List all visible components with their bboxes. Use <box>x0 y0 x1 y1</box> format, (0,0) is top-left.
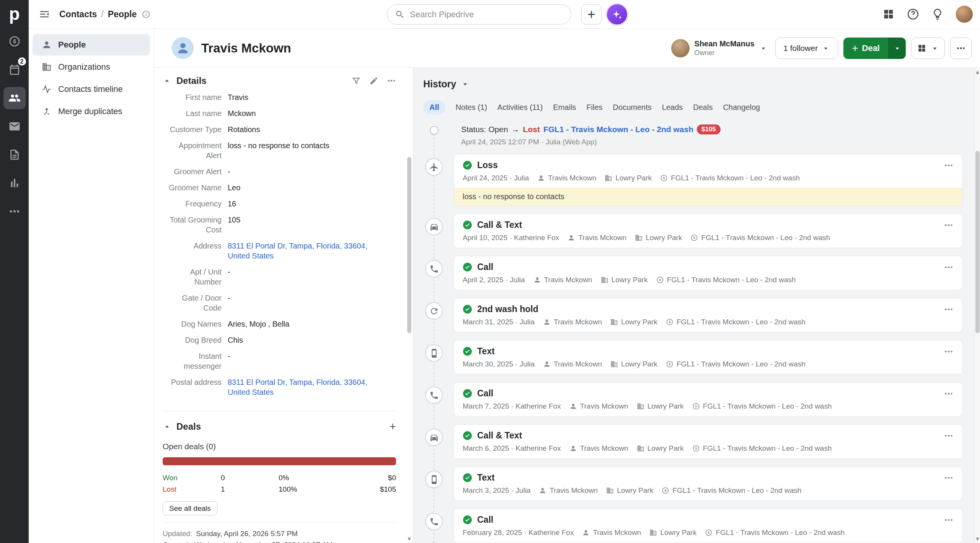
history-card[interactable]: 2nd wash holdMarch 31, 2025 · JuliaTravi… <box>453 298 963 332</box>
done-check-icon[interactable] <box>463 473 472 482</box>
done-check-icon[interactable] <box>463 431 472 440</box>
scroll-up-arrow[interactable]: ▲ <box>975 69 980 75</box>
svg-text:$: $ <box>708 531 710 535</box>
filter-icon[interactable] <box>352 76 361 85</box>
details-fields: First nameTravisLast nameMckownCustomer … <box>163 89 396 400</box>
linked-deal: $FGL1 - Travis Mckown - Leo - 2nd wash <box>656 276 796 284</box>
item-menu-button[interactable] <box>944 304 954 314</box>
rail-item-deals[interactable]: $ <box>3 30 26 52</box>
tab-documents[interactable]: Documents <box>613 100 652 114</box>
scroll-down-arrow[interactable]: ▼ <box>406 536 412 541</box>
tab-all[interactable]: All <box>423 100 445 114</box>
item-menu-button[interactable] <box>944 160 954 170</box>
help-icon[interactable] <box>907 8 920 21</box>
info-icon[interactable] <box>142 10 150 19</box>
tab-emails[interactable]: Emails <box>553 100 576 114</box>
chevron-down-icon <box>822 44 830 52</box>
add-deal-button[interactable]: + Deal <box>843 38 888 59</box>
detail-field: Customer TypeRotations <box>163 121 396 137</box>
item-menu-button[interactable] <box>944 347 954 357</box>
user-avatar[interactable] <box>956 5 973 23</box>
collapse-section-icon[interactable] <box>163 422 171 431</box>
done-check-icon[interactable] <box>463 347 472 356</box>
details-menu-icon[interactable] <box>387 76 396 85</box>
item-menu-button[interactable] <box>944 220 954 230</box>
followers-button[interactable]: 1 follower <box>775 38 838 59</box>
item-menu-button[interactable] <box>944 515 954 525</box>
tab-files[interactable]: Files <box>586 100 602 114</box>
tab-deals[interactable]: Deals <box>693 100 713 114</box>
add-deal-icon[interactable]: + <box>389 421 396 432</box>
history-card[interactable]: CallMarch 7, 2025 · Katherine FoxTravis … <box>453 382 963 417</box>
field-label: Gate / Door Code <box>163 293 222 313</box>
search-input[interactable] <box>410 10 563 20</box>
done-check-icon[interactable] <box>463 304 472 314</box>
rail-item-contacts[interactable] <box>3 87 26 109</box>
page-menu-button[interactable] <box>950 38 972 59</box>
item-menu-button[interactable] <box>944 473 954 483</box>
history-card[interactable]: TextMarch 3, 2025 · JuliaTravis MckownLo… <box>453 466 963 501</box>
history-item: CallFebruary 28, 2025 · Katherine FoxTra… <box>423 509 980 543</box>
sidebar-item-people[interactable]: People <box>33 34 150 56</box>
linked-person-icon <box>569 402 577 410</box>
grid-view-icon <box>917 43 927 53</box>
scrollbar-thumb[interactable] <box>407 157 411 333</box>
detail-field: Dog NamesAries, Mojo , Bella <box>163 316 396 332</box>
deal-link[interactable]: FGL1 - Travis Mckown - Leo - 2nd wash <box>543 125 693 134</box>
tab-changelog[interactable]: Changelog <box>723 100 760 114</box>
tab-notes-1[interactable]: Notes (1) <box>456 100 487 114</box>
pipedrive-logo[interactable]: p <box>3 3 26 25</box>
done-check-icon[interactable] <box>463 389 472 398</box>
primary-nav-rail: p $2 <box>0 0 29 543</box>
person-avatar[interactable] <box>172 37 194 59</box>
see-all-deals-button[interactable]: See all deals <box>163 501 217 515</box>
marketplace-icon[interactable] <box>882 8 895 21</box>
history-card[interactable]: TextMarch 30, 2025 · JuliaTravis MckownL… <box>453 340 963 375</box>
chevron-down-icon <box>759 44 768 52</box>
sidebar-item-organizations[interactable]: Organizations <box>33 56 150 78</box>
history-card[interactable]: Call & TextMarch 6, 2025 · Katherine Fox… <box>453 424 963 459</box>
chevron-down-icon[interactable] <box>461 80 470 88</box>
breadcrumb-people[interactable]: People <box>108 9 137 20</box>
field-value[interactable]: 8311 El Portal Dr, Tampa, Florida, 33604… <box>228 241 372 261</box>
linked-person: Travis Mckown <box>543 360 602 368</box>
add-deal-dropdown-button[interactable] <box>888 38 906 59</box>
history-item-title: Loss <box>477 160 498 170</box>
history-card[interactable]: LossApril 24, 2025 · JuliaTravis MckownL… <box>453 154 963 206</box>
history-card[interactable]: CallApril 2, 2025 · JuliaTravis MckownLo… <box>453 256 963 290</box>
rail-item-insights[interactable] <box>3 172 26 194</box>
scroll-down-arrow[interactable]: ▼ <box>975 536 980 541</box>
view-toggle-button[interactable] <box>911 38 945 59</box>
done-check-icon[interactable] <box>463 160 472 170</box>
tab-leads[interactable]: Leads <box>662 100 683 114</box>
collapse-section-icon[interactable] <box>163 77 171 85</box>
field-value[interactable]: 8311 El Portal Dr, Tampa, Florida, 33604… <box>228 377 372 397</box>
details-panel: Details First nameTravisLast nameMckownC… <box>154 68 413 543</box>
rail-item-more[interactable] <box>3 200 26 222</box>
ai-assistant-button[interactable] <box>607 4 627 25</box>
edit-icon[interactable] <box>369 76 378 85</box>
item-menu-button[interactable] <box>944 431 954 441</box>
field-value: Rotations <box>228 124 260 134</box>
history-card[interactable]: CallFebruary 28, 2025 · Katherine FoxTra… <box>453 509 963 543</box>
rail-item-mail[interactable] <box>3 115 26 137</box>
rail-item-activities[interactable]: 2 <box>3 59 26 81</box>
nav-collapse-icon[interactable] <box>39 8 50 20</box>
global-search[interactable] <box>387 4 571 25</box>
item-menu-button[interactable] <box>944 389 954 399</box>
breadcrumb-contacts[interactable]: Contacts <box>59 9 97 20</box>
item-menu-button[interactable] <box>944 262 954 272</box>
owner-selector[interactable]: Shean McManus Owner <box>671 39 768 57</box>
tab-activities-11[interactable]: Activities (11) <box>497 100 543 114</box>
done-check-icon[interactable] <box>463 220 472 230</box>
quick-add-button[interactable]: + <box>581 4 602 25</box>
sidebar-item-merge-duplicates[interactable]: Merge duplicates <box>33 101 150 122</box>
lightbulb-icon[interactable] <box>931 8 944 21</box>
sidebar-item-contacts-timeline[interactable]: Contacts timeline <box>33 79 150 100</box>
done-check-icon[interactable] <box>463 515 472 525</box>
rail-item-documents[interactable] <box>3 144 26 166</box>
done-check-icon[interactable] <box>463 262 472 272</box>
field-label: Total Grooming Cost <box>163 215 222 235</box>
history-card[interactable]: Call & TextApril 10, 2025 · Katherine Fo… <box>453 214 963 248</box>
scrollbar-thumb[interactable] <box>975 151 980 333</box>
